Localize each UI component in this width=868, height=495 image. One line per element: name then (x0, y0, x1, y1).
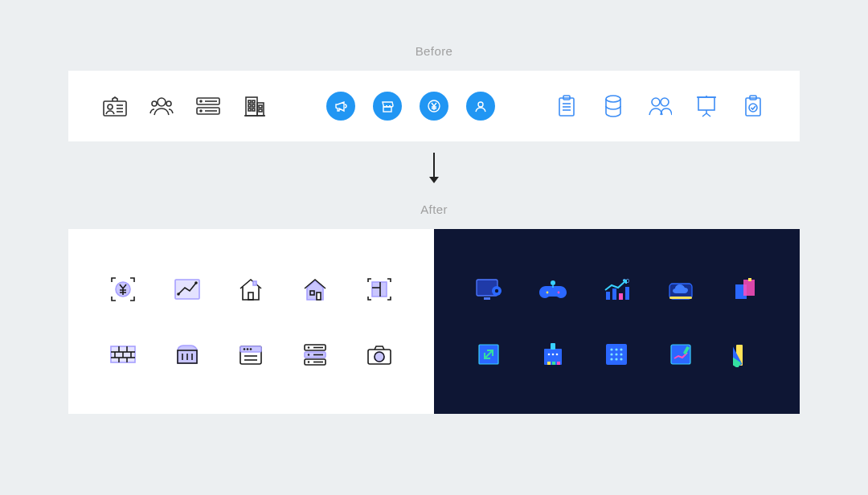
calendar-app-icon (233, 337, 268, 372)
edit-note-neon-icon (663, 337, 698, 372)
svg-rect-24 (259, 109, 262, 112)
svg-point-94 (495, 288, 498, 292)
before-group-filled (326, 92, 495, 121)
svg-rect-21 (248, 108, 251, 111)
after-dark-panel: 30 (434, 229, 800, 414)
svg-rect-108 (743, 280, 755, 296)
users-outline-icon (645, 92, 674, 121)
svg-point-95 (551, 280, 555, 285)
after-panels: 30 (68, 229, 800, 414)
before-label: Before (0, 44, 868, 58)
people-group-icon (147, 92, 176, 121)
svg-point-123 (620, 348, 623, 350)
house-outline-icon (233, 272, 268, 307)
presentation-icon (692, 92, 721, 121)
svg-point-121 (611, 348, 613, 350)
monitor-gear-icon (471, 272, 506, 307)
svg-rect-25 (383, 107, 391, 112)
building-icon (240, 92, 269, 121)
svg-point-97 (546, 291, 548, 293)
svg-point-98 (557, 291, 559, 293)
svg-point-33 (606, 96, 620, 102)
stacked-blocks-icon (727, 272, 763, 307)
svg-point-10 (200, 100, 202, 102)
arrow-down-icon (0, 151, 868, 186)
svg-point-49 (194, 281, 198, 284)
svg-rect-114 (547, 362, 551, 365)
svg-point-83 (308, 361, 309, 362)
after-light-panel (68, 229, 434, 414)
svg-point-5 (158, 98, 166, 106)
svg-rect-51 (253, 281, 256, 285)
server-rack-icon (297, 337, 333, 372)
svg-line-39 (702, 113, 706, 117)
container-icon (170, 337, 205, 372)
svg-rect-19 (248, 104, 251, 107)
svg-rect-18 (252, 100, 255, 103)
svg-rect-109 (748, 278, 751, 281)
svg-rect-116 (557, 362, 560, 365)
cloud-badge-icon (663, 272, 698, 307)
svg-rect-103 (625, 287, 629, 300)
blueprint-icon (362, 272, 397, 307)
svg-point-117 (547, 353, 550, 355)
house-duotone-icon (297, 272, 333, 307)
after-label: After (0, 202, 868, 216)
before-group-blue-outline (552, 92, 768, 121)
svg-point-82 (308, 354, 309, 355)
svg-rect-101 (612, 288, 616, 300)
svg-point-127 (611, 358, 613, 360)
camera-icon (362, 337, 397, 372)
svg-rect-113 (551, 343, 555, 350)
firewall-icon (105, 337, 141, 372)
svg-rect-92 (484, 297, 490, 300)
svg-rect-22 (252, 108, 255, 111)
svg-rect-14 (246, 97, 257, 116)
scale-window-icon (471, 337, 506, 372)
yen-circle-icon (420, 92, 448, 121)
svg-point-35 (661, 98, 669, 106)
svg-point-48 (177, 292, 180, 296)
svg-rect-102 (619, 293, 623, 300)
svg-point-122 (616, 348, 618, 350)
svg-point-124 (611, 353, 613, 355)
svg-rect-42 (746, 98, 760, 116)
store-circle-icon (373, 92, 402, 121)
trend-chart-neon-icon: 30 (599, 272, 634, 307)
svg-rect-53 (317, 292, 321, 300)
svg-rect-54 (372, 282, 387, 297)
line-chart-icon (170, 272, 205, 307)
before-group-dark (100, 92, 269, 121)
clipboard-list-icon (552, 92, 581, 121)
svg-point-7 (166, 101, 171, 106)
svg-rect-23 (259, 105, 262, 108)
svg-point-81 (308, 346, 309, 348)
svg-rect-17 (248, 100, 251, 103)
svg-point-1 (108, 104, 113, 109)
database-icon (599, 92, 628, 121)
gamepad-neon-icon (535, 272, 571, 307)
before-icon-bar (68, 71, 800, 141)
svg-point-118 (551, 353, 554, 355)
megaphone-circle-icon (326, 92, 355, 121)
svg-point-74 (247, 348, 249, 350)
user-circle-icon (466, 92, 495, 121)
svg-rect-115 (552, 362, 555, 365)
svg-point-73 (244, 348, 246, 350)
svg-point-125 (616, 353, 618, 355)
credit-card-stack-icon (194, 92, 223, 121)
svg-rect-100 (606, 292, 610, 300)
svg-rect-20 (252, 104, 255, 107)
svg-point-128 (616, 358, 618, 360)
svg-point-126 (620, 353, 623, 355)
palette-swatch-icon (727, 337, 763, 372)
svg-point-27 (478, 102, 483, 107)
svg-rect-37 (698, 97, 714, 110)
svg-rect-106 (669, 297, 692, 299)
svg-point-119 (555, 353, 558, 355)
svg-point-6 (152, 101, 157, 106)
svg-point-44 (749, 104, 757, 112)
svg-point-34 (652, 98, 660, 106)
svg-point-129 (620, 358, 623, 360)
svg-point-11 (200, 110, 202, 112)
